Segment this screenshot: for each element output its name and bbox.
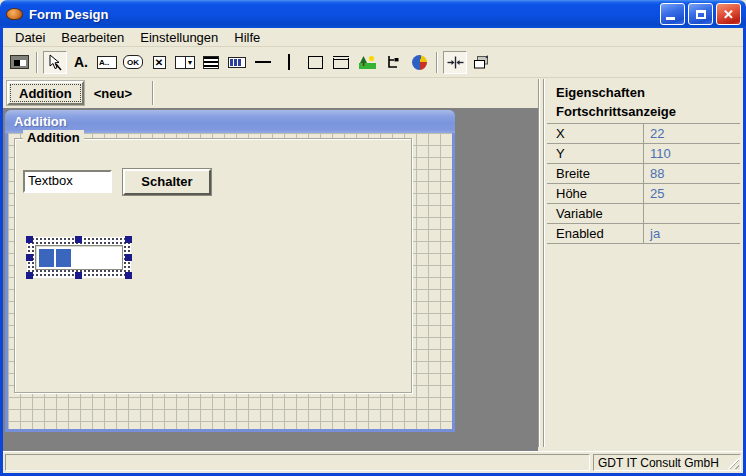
designer-column: Addition <neu> Addition Addition <box>3 78 538 451</box>
toolbar: A. A.. OK ✕ ▼ <box>3 47 743 78</box>
label-tool-icon: A. <box>74 54 88 70</box>
selection-frame[interactable] <box>27 237 131 278</box>
minimize-button[interactable] <box>660 3 685 25</box>
property-row: Breite 88 <box>547 164 740 184</box>
toolbar-separator <box>36 52 38 73</box>
panel-splitter[interactable] <box>538 79 547 447</box>
vline-tool-icon <box>288 54 290 70</box>
piechart-tool-button[interactable] <box>407 51 431 74</box>
tab-separator <box>152 81 154 105</box>
designed-textbox[interactable]: Textbox <box>23 170 112 193</box>
property-value-y[interactable]: 110 <box>643 144 740 163</box>
progressbar-tool-icon <box>228 57 246 68</box>
property-label: Enabled <box>547 226 643 241</box>
frame-tool-icon <box>308 56 323 69</box>
layer-order-button[interactable] <box>469 51 493 74</box>
designed-form-client-grid[interactable]: Addition Textbox Schalter <box>8 133 452 429</box>
snap-to-grid-button[interactable] <box>443 51 467 74</box>
resize-handle-top-center[interactable] <box>75 236 82 243</box>
close-button[interactable]: ✕ <box>716 3 741 25</box>
hline-tool-icon <box>255 61 271 63</box>
menu-datei[interactable]: Datei <box>7 29 53 46</box>
window-title: Form Design <box>29 7 657 22</box>
pointer-icon <box>47 54 63 71</box>
properties-title: Eigenschaften <box>547 83 743 102</box>
designed-button-schalter[interactable]: Schalter <box>123 169 211 195</box>
menu-einstellungen[interactable]: Einstellungen <box>132 29 226 46</box>
window-body: Datei Bearbeiten Einstellungen Hilfe A. … <box>0 28 746 476</box>
property-label: Breite <box>547 166 643 181</box>
textbox-tool-button[interactable]: A.. <box>95 51 119 74</box>
property-value-variable[interactable] <box>643 204 740 223</box>
property-row: X 22 <box>547 124 740 144</box>
maximize-button[interactable] <box>688 3 713 25</box>
designed-groupbox-label: Addition <box>23 130 84 145</box>
status-bar: GDT IT Consult GmbH <box>3 451 743 473</box>
property-label: X <box>547 126 643 141</box>
status-panel-right: GDT IT Consult GmbH <box>593 454 741 471</box>
form-tool-icon <box>10 55 29 69</box>
window-tool-button[interactable] <box>329 51 353 74</box>
properties-panel: Eigenschaften Fortschrittsanzeige X 22 Y… <box>547 78 743 451</box>
progressbar-tool-button[interactable] <box>225 51 249 74</box>
maximize-icon <box>696 10 706 19</box>
menu-hilfe[interactable]: Hilfe <box>226 29 268 46</box>
property-value-enabled[interactable]: ja <box>643 224 740 243</box>
resize-grip[interactable] <box>727 457 739 469</box>
property-row: Variable <box>547 204 740 224</box>
status-company-text: GDT IT Consult GmbH <box>598 456 719 470</box>
property-label: Höhe <box>547 186 643 201</box>
ok-button-tool-icon: OK <box>123 55 143 69</box>
button-tool-button[interactable]: OK <box>121 51 145 74</box>
checkbox-tool-button[interactable]: ✕ <box>147 51 171 74</box>
design-canvas[interactable]: Addition Addition Textbox Schalter <box>3 108 538 451</box>
snap-to-grid-icon <box>447 56 464 69</box>
main-area: Addition <neu> Addition Addition <box>3 78 743 451</box>
resize-handle-bottom-center[interactable] <box>75 272 82 279</box>
app-window: Form Design ✕ Datei Bearbeiten Einstellu… <box>0 0 746 476</box>
listbox-tool-icon <box>203 56 219 69</box>
property-label: Variable <box>547 206 643 221</box>
property-value-breite[interactable]: 88 <box>643 164 740 183</box>
image-tool-icon <box>359 55 376 69</box>
window-tool-icon <box>333 56 349 69</box>
treeview-tool-button[interactable] <box>381 51 405 74</box>
listbox-tool-button[interactable] <box>199 51 223 74</box>
resize-handle-bottom-left[interactable] <box>26 272 33 279</box>
resize-handle-middle-right[interactable] <box>125 254 132 261</box>
progress-segment <box>39 249 54 267</box>
form-tabs: Addition <neu> <box>3 78 538 108</box>
tab-addition[interactable]: Addition <box>7 81 84 105</box>
designed-progressbar[interactable] <box>35 245 123 270</box>
resize-handle-middle-left[interactable] <box>26 254 33 261</box>
designed-form-title: Addition <box>14 114 67 129</box>
resize-handle-bottom-right[interactable] <box>125 272 132 279</box>
label-tool-button[interactable]: A. <box>69 51 93 74</box>
property-value-x[interactable]: 22 <box>643 124 740 143</box>
select-pointer-button[interactable] <box>43 51 67 74</box>
menu-bearbeiten[interactable]: Bearbeiten <box>53 29 132 46</box>
window-titlebar[interactable]: Form Design ✕ <box>0 0 746 28</box>
toolbar-separator <box>436 52 438 73</box>
properties-table: X 22 Y 110 Breite 88 Höhe 25 <box>547 123 740 244</box>
property-row: Höhe 25 <box>547 184 740 204</box>
hline-tool-button[interactable] <box>251 51 275 74</box>
frame-tool-button[interactable] <box>303 51 327 74</box>
menu-bar: Datei Bearbeiten Einstellungen Hilfe <box>3 28 743 47</box>
resize-handle-top-left[interactable] <box>26 236 33 243</box>
vline-tool-button[interactable] <box>277 51 301 74</box>
property-value-hoehe[interactable]: 25 <box>643 184 740 203</box>
close-icon: ✕ <box>723 8 734 21</box>
minimize-icon <box>666 17 675 20</box>
piechart-tool-icon <box>412 55 427 70</box>
designed-form-window[interactable]: Addition Addition Textbox Schalter <box>5 110 455 432</box>
property-row: Y 110 <box>547 144 740 164</box>
tab-neu[interactable]: <neu> <box>84 81 142 105</box>
combobox-tool-button[interactable]: ▼ <box>173 51 197 74</box>
treeview-tool-icon <box>386 55 401 69</box>
form-tool-button[interactable] <box>7 51 31 74</box>
checkbox-tool-icon: ✕ <box>153 56 166 69</box>
image-tool-button[interactable] <box>355 51 379 74</box>
layer-order-icon <box>473 55 489 70</box>
resize-handle-top-right[interactable] <box>125 236 132 243</box>
